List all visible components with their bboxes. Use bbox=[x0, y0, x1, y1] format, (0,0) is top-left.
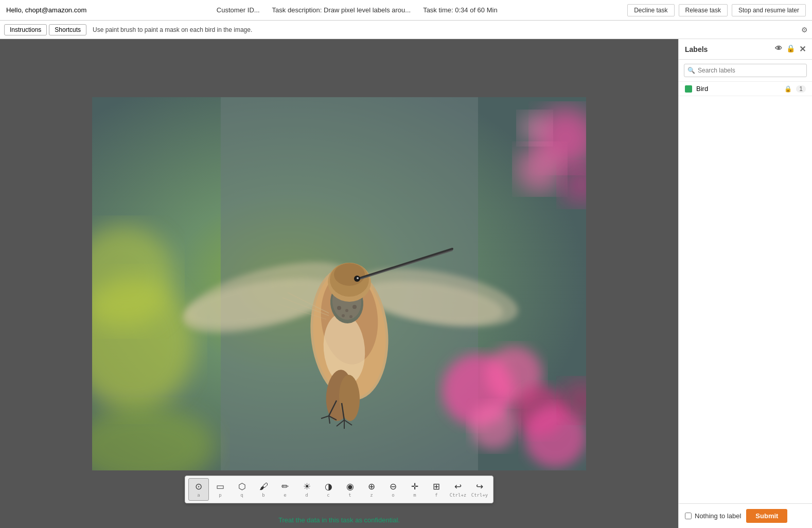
confidential-text: Treat the data in this task as confident… bbox=[278, 516, 400, 524]
svg-point-11 bbox=[470, 403, 517, 449]
nothing-to-label-check[interactable] bbox=[685, 513, 692, 519]
submit-button[interactable]: Submit bbox=[746, 509, 787, 523]
zoom-in-tool[interactable]: ⊕z bbox=[361, 478, 382, 501]
label-count: 1 bbox=[796, 85, 806, 93]
rect-tool[interactable]: ▭p bbox=[210, 478, 231, 501]
move-tool[interactable]: ✛m bbox=[404, 478, 425, 501]
bird-scene-svg bbox=[92, 97, 586, 470]
svg-point-32 bbox=[334, 263, 365, 286]
greeting: Hello, chopt@amazon.com bbox=[6, 6, 86, 14]
poly-tool[interactable]: ⬡q bbox=[232, 478, 252, 501]
top-bar-center: Customer ID... Task description: Draw pi… bbox=[217, 6, 498, 14]
search-icon: 🔍 bbox=[687, 67, 695, 74]
search-labels-wrap: 🔍 bbox=[679, 60, 812, 82]
label-color bbox=[685, 85, 692, 93]
opacity-tool[interactable]: ◉t bbox=[340, 478, 360, 501]
svg-point-36 bbox=[357, 277, 359, 279]
svg-point-29 bbox=[349, 315, 352, 318]
labels-header: Labels 👁 🔒 ✕ bbox=[679, 39, 812, 60]
top-bar: Hello, chopt@amazon.com Customer ID... T… bbox=[0, 0, 812, 21]
select[interactable]: ⊙a bbox=[188, 478, 209, 501]
decline-task-button[interactable]: Decline task bbox=[627, 4, 674, 16]
labels-list: Bird 🔒 1 bbox=[679, 82, 812, 96]
confidential-notice: Treat the data in this task as confident… bbox=[0, 516, 678, 524]
canvas-area[interactable]: ⊙a▭p⬡q🖌b✏e☀d◑c◉t⊕z⊖o✛m⊞f↩Ctrl+z↪Ctrl+y T… bbox=[0, 39, 678, 528]
stop-resume-button[interactable]: Stop and resume later bbox=[732, 4, 806, 16]
instruction-text: Use paint brush to paint a mask on each … bbox=[93, 26, 252, 33]
instructions-button[interactable]: Instructions bbox=[4, 24, 47, 35]
top-bar-right: Decline task Release task Stop and resum… bbox=[627, 4, 806, 16]
svg-point-28 bbox=[342, 314, 345, 317]
svg-point-26 bbox=[345, 309, 348, 312]
contrast-tool[interactable]: ◑c bbox=[318, 478, 339, 501]
label-name: Bird bbox=[696, 85, 780, 93]
release-task-button[interactable]: Release task bbox=[679, 4, 728, 16]
svg-point-7 bbox=[519, 113, 550, 143]
settings-icon[interactable]: ⚙ bbox=[801, 26, 808, 34]
brightness-tool[interactable]: ☀d bbox=[296, 478, 317, 501]
image-canvas[interactable] bbox=[92, 97, 586, 470]
fit-tool[interactable]: ⊞f bbox=[426, 478, 447, 501]
shortcuts-button[interactable]: Shortcuts bbox=[49, 24, 86, 35]
svg-point-5 bbox=[517, 146, 563, 192]
main-area: ⊙a▭p⬡q🖌b✏e☀d◑c◉t⊕z⊖o✛m⊞f↩Ctrl+z↪Ctrl+y T… bbox=[0, 39, 812, 528]
svg-point-25 bbox=[337, 306, 341, 310]
toolbar: ⊙a▭p⬡q🖌b✏e☀d◑c◉t⊕z⊖o✛m⊞f↩Ctrl+z↪Ctrl+y bbox=[185, 476, 493, 503]
brush-tool[interactable]: 🖌b bbox=[253, 478, 274, 501]
lock-icon[interactable]: 🔒 bbox=[786, 44, 795, 54]
close-icon[interactable]: ✕ bbox=[799, 44, 806, 54]
nothing-to-label-checkbox[interactable]: Nothing to label bbox=[685, 512, 741, 520]
redo-button[interactable]: ↪Ctrl+y bbox=[469, 478, 490, 501]
zoom-out-tool[interactable]: ⊖o bbox=[383, 478, 403, 501]
labels-panel: Labels 👁 🔒 ✕ 🔍 Bird 🔒 1 Nothing to label bbox=[678, 39, 812, 528]
top-bar-left: Hello, chopt@amazon.com bbox=[6, 6, 86, 14]
label-item[interactable]: Bird 🔒 1 bbox=[679, 82, 812, 96]
svg-point-27 bbox=[352, 305, 357, 309]
search-container: 🔍 bbox=[684, 64, 807, 77]
task-description: Task description: Draw pixel level label… bbox=[272, 6, 411, 14]
submit-area: Nothing to label Submit bbox=[679, 503, 812, 528]
label-lock-icon: 🔒 bbox=[784, 85, 792, 93]
labels-header-icons: 👁 🔒 ✕ bbox=[775, 44, 806, 54]
task-time: Task time: 0:34 of 60 Min bbox=[423, 6, 498, 14]
visibility-icon[interactable]: 👁 bbox=[775, 44, 782, 54]
customer-id: Customer ID... bbox=[217, 6, 260, 14]
instructions-bar: Instructions Shortcuts Use paint brush t… bbox=[0, 21, 812, 39]
eraser-tool[interactable]: ✏e bbox=[275, 478, 295, 501]
undo-button[interactable]: ↩Ctrl+z bbox=[448, 478, 468, 501]
nothing-to-label-label: Nothing to label bbox=[695, 512, 741, 520]
search-labels-input[interactable] bbox=[684, 64, 807, 77]
labels-title: Labels bbox=[685, 45, 708, 53]
